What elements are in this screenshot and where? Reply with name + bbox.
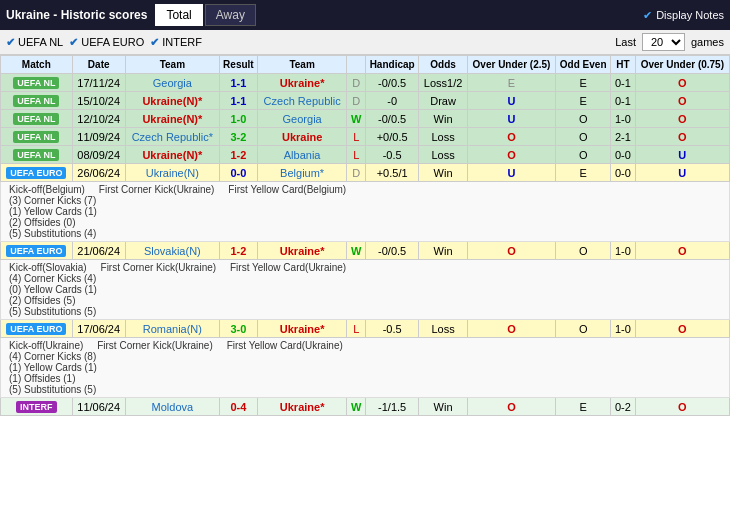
notes-row: Kick-off(Ukraine) First Corner Kick(Ukra… (1, 338, 730, 398)
tabs: Total Away (155, 4, 256, 26)
team1-name[interactable]: Ukraine(N)* (125, 110, 219, 128)
over-under-value: O (467, 242, 555, 260)
team1-name[interactable]: Moldova (125, 398, 219, 416)
outcome-badge: L (347, 128, 366, 146)
notes-cell: Kick-off(Slovakia) First Corner Kick(Ukr… (1, 260, 730, 320)
team2-name[interactable]: Georgia (257, 110, 347, 128)
first-corner-info: First Corner Kick(Ukraine) (101, 262, 217, 273)
col-odds: Odds (419, 56, 468, 74)
odds-value: Loss (419, 146, 468, 164)
page-title: Ukraine - Historic scores (6, 8, 147, 22)
filter-uefa-nl: ✔ UEFA NL (6, 36, 63, 49)
match-badge: UEFA NL (1, 110, 73, 128)
match-date: 17/06/24 (72, 320, 125, 338)
outcome-badge: W (347, 242, 366, 260)
handicap-value: -0 (365, 92, 418, 110)
over-under2-value: O (635, 92, 729, 110)
odd-even-value: O (556, 146, 611, 164)
details-info: (3) Corner Kicks (7)(1) Yellow Cards (1)… (9, 195, 97, 239)
display-notes-label: Display Notes (656, 9, 724, 21)
handicap-value: -0/0.5 (365, 242, 418, 260)
team2-name[interactable]: Ukraine* (257, 398, 347, 416)
match-date: 08/09/24 (72, 146, 125, 164)
team1-name[interactable]: Czech Republic* (125, 128, 219, 146)
odds-value: Draw (419, 92, 468, 110)
team1-name[interactable]: Georgia (125, 74, 219, 92)
odds-value: Loss (419, 128, 468, 146)
over-under2-value: O (635, 320, 729, 338)
tab-away[interactable]: Away (205, 4, 256, 26)
col-handicap: Handicap (365, 56, 418, 74)
outcome-badge: D (347, 164, 366, 182)
team2-name[interactable]: Albania (257, 146, 347, 164)
over-under-value: O (467, 320, 555, 338)
match-date: 11/06/24 (72, 398, 125, 416)
filter-uefa-euro: ✔ UEFA EURO (69, 36, 144, 49)
header-bar: Ukraine - Historic scores Total Away ✔ D… (0, 0, 730, 30)
team1-name[interactable]: Romania(N) (125, 320, 219, 338)
odd-even-value: O (556, 242, 611, 260)
ht-score: 0-0 (611, 146, 635, 164)
table-row: UEFA NL 12/10/24 Ukraine(N)* 1-0 Georgia… (1, 110, 730, 128)
match-date: 11/09/24 (72, 128, 125, 146)
match-date: 17/11/24 (72, 74, 125, 92)
tab-total[interactable]: Total (155, 4, 202, 26)
match-badge: UEFA EURO (1, 164, 73, 182)
check-uefa-euro-icon: ✔ (69, 36, 78, 49)
kickoff-info: Kick-off(Slovakia) (9, 262, 87, 273)
table-row: INTERF 11/06/24 Moldova 0-4 Ukraine* W -… (1, 398, 730, 416)
team2-name[interactable]: Ukraine* (257, 242, 347, 260)
col-date: Date (72, 56, 125, 74)
team2-name[interactable]: Ukraine* (257, 74, 347, 92)
odds-value: Loss (419, 320, 468, 338)
col-ht: HT (611, 56, 635, 74)
over-under2-value: O (635, 242, 729, 260)
check-uefa-nl-icon: ✔ (6, 36, 15, 49)
filter-interf-label: INTERF (162, 36, 202, 48)
over-under-value: E (467, 74, 555, 92)
team2-name[interactable]: Czech Republic (257, 92, 347, 110)
ht-score: 0-0 (611, 164, 635, 182)
odd-even-value: O (556, 110, 611, 128)
over-under2-value: U (635, 146, 729, 164)
match-date: 15/10/24 (72, 92, 125, 110)
team1-name[interactable]: Ukraine(N) (125, 164, 219, 182)
result-score: 1-0 (219, 110, 257, 128)
team1-name[interactable]: Slovakia(N) (125, 242, 219, 260)
col-over-under: Over Under (2.5) (467, 56, 555, 74)
team1-name[interactable]: Ukraine(N)* (125, 92, 219, 110)
last-select[interactable]: 20 10 30 (642, 33, 685, 51)
scores-table: Match Date Team Result Team Handicap Odd… (0, 55, 730, 416)
col-result: Result (219, 56, 257, 74)
over-under-value: O (467, 128, 555, 146)
first-corner-info: First Corner Kick(Ukraine) (99, 184, 215, 195)
handicap-value: -0.5 (365, 320, 418, 338)
over-under-value: U (467, 110, 555, 128)
col-team1: Team (125, 56, 219, 74)
over-under2-value: U (635, 164, 729, 182)
kickoff-info: Kick-off(Ukraine) (9, 340, 83, 351)
outcome-badge: W (347, 398, 366, 416)
team2-name[interactable]: Ukraine* (257, 320, 347, 338)
outcome-badge: D (347, 92, 366, 110)
filter-uefa-euro-label: UEFA EURO (81, 36, 144, 48)
ht-score: 1-0 (611, 320, 635, 338)
handicap-value: -0.5 (365, 146, 418, 164)
display-notes: ✔ Display Notes (643, 9, 724, 22)
table-row: UEFA NL 11/09/24 Czech Republic* 3-2 Ukr… (1, 128, 730, 146)
ht-score: 2-1 (611, 128, 635, 146)
result-score: 0-4 (219, 398, 257, 416)
odd-even-value: O (556, 128, 611, 146)
col-odd-even: Odd Even (556, 56, 611, 74)
odd-even-value: E (556, 74, 611, 92)
match-badge: UEFA NL (1, 74, 73, 92)
over-under-value: U (467, 92, 555, 110)
odds-value: Win (419, 242, 468, 260)
team1-name[interactable]: Ukraine(N)* (125, 146, 219, 164)
notes-cell: Kick-off(Belgium) First Corner Kick(Ukra… (1, 182, 730, 242)
first-yellow-info: First Yellow Card(Belgium) (228, 184, 346, 195)
team2-name[interactable]: Ukraine (257, 128, 347, 146)
team2-name[interactable]: Belgium* (257, 164, 347, 182)
kickoff-info: Kick-off(Belgium) (9, 184, 85, 195)
outcome-badge: L (347, 320, 366, 338)
